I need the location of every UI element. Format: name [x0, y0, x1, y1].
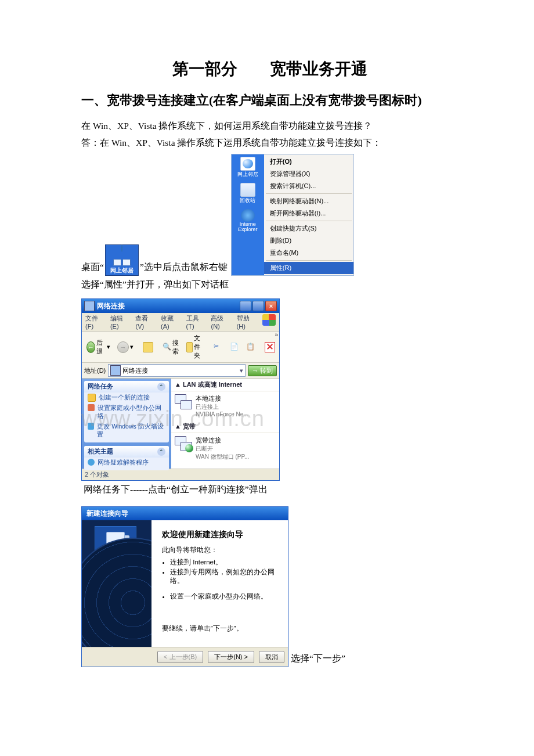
- task-firewall[interactable]: 更改 Windows 防火墙设置: [84, 422, 169, 440]
- windows-flag-icon: [262, 314, 276, 326]
- wizard-buttons: < 上一步(B) 下一步(N) > 取消: [82, 647, 288, 667]
- ie-icon: [241, 209, 255, 222]
- address-input[interactable]: 网络连接 ▾: [108, 364, 246, 377]
- body-text: 桌面“: [81, 258, 104, 275]
- wizard-next-button[interactable]: 下一步(N) >: [208, 651, 254, 663]
- network-icon: [240, 157, 255, 171]
- search-icon: [163, 343, 171, 352]
- collapse-button[interactable]: ⌃: [157, 448, 165, 456]
- search-button[interactable]: 搜索: [160, 338, 182, 357]
- folder-up-icon: [143, 342, 153, 352]
- new-connection-icon: [88, 394, 96, 402]
- menu-item-disconnect-drive[interactable]: 断开网络驱动器(I)...: [264, 207, 353, 219]
- address-bar: 地址(D) 网络连接 ▾ → 转到: [82, 363, 279, 379]
- menu-item-map-drive[interactable]: 映射网络驱动器(N)...: [264, 195, 353, 207]
- desktop-icon-ie[interactable]: Interne Explorer: [232, 209, 264, 232]
- menu-separator: [266, 193, 352, 194]
- new-connection-wizard: 新建连接向导 欢迎使用新建连接向导 此向导将帮助您： 连接到 Internet。…: [81, 506, 288, 667]
- menu-item-open[interactable]: 打开(O): [264, 156, 353, 168]
- window-title: 网络连接: [97, 301, 239, 311]
- part-title: 第一部分 宽带业务开通: [81, 58, 459, 80]
- wizard-bullet: 设置一个家庭或小型办公网络。: [170, 592, 277, 601]
- menu-edit[interactable]: 编辑(E): [110, 314, 131, 330]
- delete-button[interactable]: [262, 341, 277, 353]
- connection-lan[interactable]: 本地连接 已连接上 NVIDIA nForce Ne...: [171, 391, 279, 420]
- wizard-sidebar: [82, 520, 151, 647]
- answer-text: 答：在 Win、XP、Vista 操作系统下运用系统自带功能建立拨号连接如下：: [81, 134, 459, 151]
- wizard-intro: 此向导将帮助您：: [162, 546, 277, 555]
- statusbar: 2 个对象: [82, 469, 279, 480]
- group-broadband: ▲ 宽带: [171, 420, 279, 433]
- wizard-globe-art: [82, 538, 151, 647]
- titlebar[interactable]: 网络连接 ×: [82, 299, 279, 313]
- minimize-button[interactable]: [240, 301, 251, 311]
- desktop-icon-label: 网上邻居: [106, 267, 138, 275]
- desktop-icon-network[interactable]: 网上邻居: [237, 157, 258, 178]
- icon-label: Interne Explorer: [232, 222, 264, 232]
- connection-device: WAN 微型端口 (PP...: [196, 453, 249, 461]
- context-menu: 打开(O) 资源管理器(X) 搜索计算机(C)... 映射网络驱动器(N)...…: [264, 154, 353, 275]
- menu-tools[interactable]: 工具(T): [186, 314, 207, 330]
- content-pane: ▲ LAN 或高速 Internet 本地连接 已连接上 NVIDIA nFor…: [171, 379, 279, 469]
- menu-item-search[interactable]: 搜索计算机(C)...: [264, 180, 353, 192]
- copy-icon: [230, 343, 239, 352]
- related-panel: 相关主题 ⌃ 网络疑难解答程序: [84, 446, 169, 470]
- menu-help[interactable]: 帮助(H): [237, 314, 258, 330]
- lan-icon: [175, 394, 192, 409]
- connection-broadband[interactable]: 宽带连接 已断开 WAN 微型端口 (PP...: [171, 433, 279, 464]
- toolbar-overflow[interactable]: »: [275, 332, 278, 338]
- toolbar: ←后退 ▾ → ▾ 搜索 文件夹 »: [82, 332, 279, 363]
- menu-favorites[interactable]: 收藏(A): [161, 314, 182, 330]
- menu-separator: [266, 221, 352, 221]
- forward-button[interactable]: → ▾: [115, 341, 136, 354]
- task-create-new-connection[interactable]: 创建一个新的连接: [84, 393, 169, 403]
- side-pane: 网络任务 ⌃ 创建一个新的连接 设置家庭或小型办公网络 更改 Windows 防…: [82, 379, 171, 469]
- menu-item-delete[interactable]: 删除(D): [264, 235, 353, 247]
- body-text: 网络任务下------点击“创立一种新旳连接”弹出: [84, 481, 268, 498]
- connection-status: 已断开: [196, 445, 249, 453]
- wizard-continue-hint: 要继续，请单击“下一步”。: [162, 624, 277, 633]
- menu-advanced[interactable]: 高级(N): [211, 314, 232, 330]
- address-value: 网络连接: [122, 366, 148, 375]
- recycle-bin-icon: [240, 183, 255, 197]
- folders-button[interactable]: 文件夹: [184, 333, 207, 361]
- desktop-icon-network-neighborhood[interactable]: 网上邻居: [105, 244, 139, 276]
- home-network-icon: [88, 404, 95, 411]
- copy-button[interactable]: [228, 342, 241, 352]
- wizard-content: 欢迎使用新建连接向导 此向导将帮助您： 连接到 Internet。 连接到专用网…: [151, 520, 288, 647]
- wizard-bullet: 连接到 Internet。: [170, 558, 277, 567]
- back-button[interactable]: ←后退 ▾: [84, 338, 113, 357]
- collapse-button[interactable]: ⌃: [157, 383, 165, 391]
- body-text: ”选中后点击鼠标右键: [140, 258, 228, 275]
- menu-item-explorer[interactable]: 资源管理器(X): [264, 168, 353, 180]
- menu-view[interactable]: 查看(V): [135, 314, 156, 330]
- menu-item-rename[interactable]: 重命名(M): [264, 247, 353, 259]
- menubar: 文件(F) 编辑(E) 查看(V) 收藏(A) 工具(T) 高级(N) 帮助(H…: [82, 313, 279, 332]
- icon-label: 回收站: [240, 197, 255, 204]
- network-connections-window: 网络连接 × 文件(F) 编辑(E) 查看(V) 收藏(A) 工具(T) 高级(…: [81, 298, 280, 481]
- go-button[interactable]: → 转到: [248, 365, 277, 376]
- menu-item-properties[interactable]: 属性(R): [264, 262, 353, 274]
- menu-separator: [266, 260, 352, 261]
- task-home-network[interactable]: 设置家庭或小型办公网络: [84, 403, 169, 422]
- group-lan: ▲ LAN 或高速 Internet: [171, 379, 279, 391]
- maximize-button[interactable]: [252, 301, 264, 311]
- wizard-bullet: 连接到专用网络，例如您的办公网络。: [170, 568, 277, 585]
- location-icon: [110, 365, 121, 376]
- connection-name: 本地连接: [196, 394, 248, 403]
- wizard-back-button: < 上一步(B): [157, 651, 203, 663]
- related-troubleshoot[interactable]: 网络疑难解答程序: [84, 458, 169, 468]
- cut-button[interactable]: [211, 342, 225, 352]
- paste-button[interactable]: [244, 342, 258, 352]
- wizard-cancel-button[interactable]: 取消: [259, 651, 284, 663]
- up-button[interactable]: [140, 341, 156, 353]
- question-text: 在 Win、XP、Vista 操作系统下，如何运用系统自带功能建立拨号连接？: [81, 117, 459, 134]
- connection-device: NVIDIA nForce Ne...: [196, 411, 248, 417]
- desktop-icon-recycle[interactable]: 回收站: [240, 183, 255, 204]
- desktop-strip: 网上邻居 回收站 Interne Explorer: [232, 154, 264, 275]
- wizard-title[interactable]: 新建连接向导: [82, 507, 288, 520]
- menu-file[interactable]: 文件(F): [85, 314, 106, 330]
- close-button[interactable]: ×: [265, 301, 277, 311]
- window-icon: [84, 301, 95, 311]
- menu-item-shortcut[interactable]: 创建快捷方式(S): [264, 222, 353, 235]
